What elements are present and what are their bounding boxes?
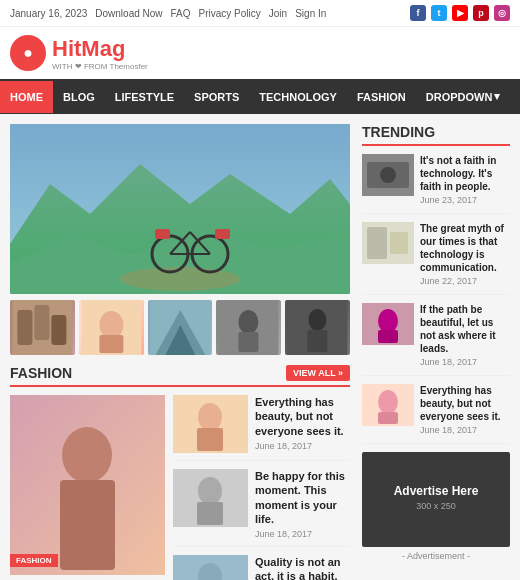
fashion-item-image-1[interactable] [173, 395, 248, 453]
svg-rect-9 [155, 229, 170, 239]
trending-item-title-4: Everything has beauty, but not everyone … [420, 384, 510, 423]
trending-item-3: If the path be beautiful, let us not ask… [362, 303, 510, 376]
faq-link[interactable]: FAQ [171, 8, 191, 19]
trending-content-1: It's not a faith in technology. It's fai… [420, 154, 510, 205]
fashion-main-article: FASHION If the path be beautiful, let us… [10, 395, 165, 580]
main-nav: HOME BLOG LIFESTYLE SPORTS TECHNOLOGY FA… [0, 79, 520, 114]
instagram-icon[interactable]: ◎ [494, 5, 510, 21]
svg-rect-44 [390, 232, 408, 254]
svg-rect-10 [215, 229, 230, 239]
fashion-main-image[interactable]: FASHION [10, 395, 165, 575]
fashion-item-content-3: Quality is not an act, it is a habit. Ju… [255, 555, 350, 580]
svg-rect-14 [51, 315, 66, 345]
hero-svg [10, 124, 350, 294]
hero-slider[interactable] [10, 124, 350, 294]
fashion-category-badge: FASHION [10, 554, 58, 567]
trending-item-title-2: The great myth of our times is that tech… [420, 222, 510, 274]
fashion-item-image-3[interactable] [173, 555, 248, 580]
thumb-4-img [216, 300, 281, 355]
thumb-3-img [148, 300, 213, 355]
fashion-item-2: Be happy for this moment. This moment is… [173, 469, 350, 547]
thumb-3[interactable] [148, 300, 213, 355]
social-links: f t ▶ p ◎ [410, 5, 510, 21]
nav-dropdown[interactable]: DROPDOWN ▾ [416, 80, 511, 113]
fashion-article-list: Everything has beauty, but not everyone … [173, 395, 350, 580]
left-column: FASHION VIEW ALL » [10, 124, 350, 580]
fashion-item-content-1: Everything has beauty, but not everyone … [255, 395, 350, 453]
trending-content-2: The great myth of our times is that tech… [420, 222, 510, 286]
fashion-item-date-2: June 18, 2017 [255, 529, 350, 539]
fashion-item-title-2: Be happy for this moment. This moment is… [255, 469, 350, 526]
trending-content-3: If the path be beautiful, let us not ask… [420, 303, 510, 367]
logo-text-area[interactable]: HitMag WITH ❤ FROM Themosfer [52, 36, 148, 71]
svg-rect-47 [378, 330, 398, 343]
join-link[interactable]: Join [269, 8, 287, 19]
twitter-icon[interactable]: t [431, 5, 447, 21]
nav-fashion[interactable]: FASHION [347, 81, 416, 113]
nav-home[interactable]: HOME [0, 81, 53, 113]
download-link[interactable]: Download Now [95, 8, 162, 19]
trending-item-1: It's not a faith in technology. It's fai… [362, 154, 510, 214]
thumb-4[interactable] [216, 300, 281, 355]
svg-rect-35 [197, 502, 223, 525]
nav-pro-demo[interactable]: PRO DEMO [510, 81, 520, 113]
trending-item-date-1: June 23, 2017 [420, 195, 510, 205]
trending-item-title-3: If the path be beautiful, let us not ask… [420, 303, 510, 355]
advertise-box[interactable]: Advertise Here 300 x 250 [362, 452, 510, 547]
svg-rect-12 [17, 310, 32, 345]
fashion-item-image-2[interactable] [173, 469, 248, 527]
svg-point-25 [309, 309, 327, 331]
nav-sports[interactable]: SPORTS [184, 81, 249, 113]
fashion-item-1: Everything has beauty, but not everyone … [173, 395, 350, 461]
privacy-link[interactable]: Privacy Policy [199, 8, 261, 19]
nav-technology[interactable]: TECHNOLOGY [249, 81, 347, 113]
view-all-button[interactable]: VIEW ALL » [286, 365, 350, 381]
trending-item-date-3: June 18, 2017 [420, 357, 510, 367]
logo-icon: ● [10, 35, 46, 71]
trending-title: TRENDING [362, 124, 510, 146]
right-sidebar: TRENDING It's not a faith in technology.… [362, 124, 510, 580]
svg-rect-23 [239, 332, 259, 352]
svg-rect-43 [367, 227, 387, 259]
svg-point-41 [380, 167, 396, 183]
date-label: January 16, 2023 [10, 8, 87, 19]
thumb-1[interactable] [10, 300, 75, 355]
trending-image-3[interactable] [362, 303, 414, 345]
svg-point-28 [62, 427, 112, 483]
fashion-item-title-3: Quality is not an act, it is a habit. [255, 555, 350, 580]
svg-point-34 [198, 477, 222, 505]
fashion-item-3: Quality is not an act, it is a habit. Ju… [173, 555, 350, 580]
top-bar-links: January 16, 2023 Download Now FAQ Privac… [10, 8, 326, 19]
trending-item-2: The great myth of our times is that tech… [362, 222, 510, 295]
trending-item-date-2: June 22, 2017 [420, 276, 510, 286]
thumb-2-img [79, 300, 144, 355]
logo-name: HitMag [52, 36, 148, 62]
fashion-main-svg [10, 395, 165, 575]
fashion-item-content-2: Be happy for this moment. This moment is… [255, 469, 350, 539]
trending-item-4: Everything has beauty, but not everyone … [362, 384, 510, 444]
trending-image-2[interactable] [362, 222, 414, 264]
thumb-5[interactable] [285, 300, 350, 355]
signin-link[interactable]: Sign In [295, 8, 326, 19]
main-content: FASHION VIEW ALL » [0, 114, 520, 580]
nav-lifestyle[interactable]: LIFESTYLE [105, 81, 184, 113]
nav-blog[interactable]: BLOG [53, 81, 105, 113]
fashion-section-title: FASHION [10, 365, 72, 381]
trending-image-4[interactable] [362, 384, 414, 426]
facebook-icon[interactable]: f [410, 5, 426, 21]
youtube-icon[interactable]: ▶ [452, 5, 468, 21]
thumb-2[interactable] [79, 300, 144, 355]
fashion-grid: FASHION If the path be beautiful, let us… [10, 395, 350, 580]
thumb-5-img [285, 300, 350, 355]
svg-rect-13 [34, 305, 49, 340]
svg-rect-29 [60, 480, 115, 570]
svg-point-46 [378, 309, 398, 333]
thumbnail-strip [10, 300, 350, 355]
advertise-title: Advertise Here [394, 484, 479, 498]
top-bar: January 16, 2023 Download Now FAQ Privac… [0, 0, 520, 27]
pinterest-icon[interactable]: p [473, 5, 489, 21]
advertisement-label: - Advertisement - [362, 551, 510, 561]
fashion-item-title-1: Everything has beauty, but not everyone … [255, 395, 350, 438]
trending-item-title-1: It's not a faith in technology. It's fai… [420, 154, 510, 193]
trending-image-1[interactable] [362, 154, 414, 196]
